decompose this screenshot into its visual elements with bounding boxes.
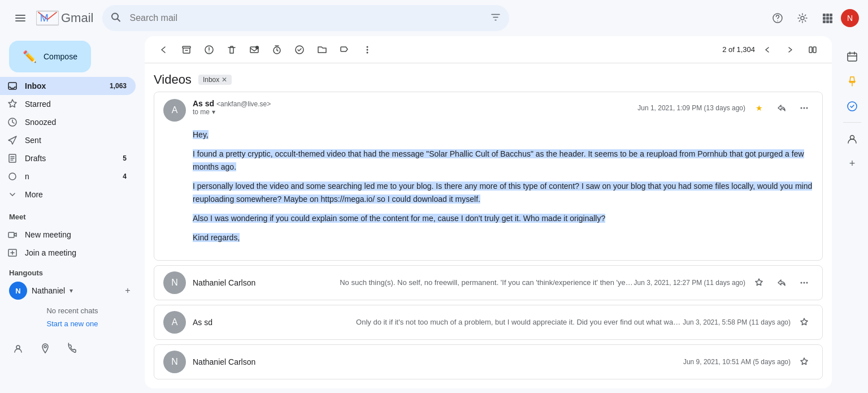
add-task-button[interactable] [289,40,310,60]
topbar-right: N [766,7,859,29]
collapsed-reply-button[interactable] [772,274,791,292]
add-plugin-button[interactable]: + [841,152,863,175]
message-date: Jun 1, 2021, 1:09 PM (13 days ago) [637,104,745,112]
message-header[interactable]: A As sd <ankfan@live.se> to me ▾ Jun 1, … [154,92,822,128]
svg-rect-25 [183,46,190,48]
message-sender-info: As sd <ankfan@live.se> to me ▾ [193,99,637,116]
start-new-chat-link[interactable]: Start a new one [7,319,138,328]
collapsed-date: Jun 3, 2021, 5:58 PM (11 days ago) [683,318,791,326]
svg-rect-21 [8,232,14,237]
labels-button[interactable] [335,40,355,60]
archive-button[interactable] [176,40,197,60]
body-line-4: Kind regards, [193,231,813,244]
message-to-chevron[interactable]: ▾ [212,108,215,116]
sidebar-item-drafts[interactable]: Drafts 5 [0,149,136,167]
help-button[interactable] [766,7,789,29]
collapsed-date: Jun 9, 2021, 10:51 AM (5 days ago) [683,358,791,366]
sidebar-item-n[interactable]: n 4 [0,167,136,185]
email-inbox-label[interactable]: Inbox ✕ [198,75,232,85]
apps-button[interactable] [816,7,839,29]
email-subject-row: Videos Inbox ✕ [154,63,823,92]
collapsed-meta: Jun 3, 2021, 5:58 PM (11 days ago) [683,313,813,331]
message-to-row: to me ▾ [193,108,637,116]
message-item: A As sd <ankfan@live.se> to me ▾ Jun 1, … [154,92,823,261]
menu-button[interactable] [9,7,32,29]
snooze-button[interactable] [267,40,287,60]
message-item: N Nathaniel Carlson No such thing(s). No… [154,265,823,300]
svg-rect-43 [848,53,857,61]
reply-button[interactable] [772,99,791,117]
collapsed-more-button[interactable] [795,274,813,292]
svg-rect-1 [15,18,25,19]
new-meeting-item[interactable]: New meeting [0,226,136,244]
message-sender-name: As sd <ankfan@live.se> [193,99,637,108]
sidebar-item-inbox[interactable]: Inbox 1,063 [0,77,136,95]
back-button[interactable] [154,40,174,60]
delete-button[interactable] [222,40,242,60]
location-icon[interactable] [34,337,57,360]
message-item: N Nathaniel Carlson Jun 9, 2021, 10:51 A… [154,344,823,379]
calendar-button[interactable] [841,45,863,68]
collapsed-message[interactable]: N Nathaniel Carlson No such thing(s). No… [154,266,822,300]
collapsed-message[interactable]: N Nathaniel Carlson Jun 9, 2021, 10:51 A… [154,345,822,379]
hangout-add-button[interactable]: + [120,283,136,299]
move-to-button[interactable] [312,40,332,60]
collapsed-date: Jun 3, 2021, 12:27 PM (11 days ago) [634,279,745,287]
hangout-user-item[interactable]: N Nathaniel ▾ + [7,279,138,302]
report-spam-button[interactable] [199,40,219,60]
mark-unread-button[interactable] [244,40,264,60]
next-email-button[interactable] [780,40,800,60]
avatar[interactable]: N [841,9,859,27]
collapsed-message[interactable]: A As sd Only do it if it's not too much … [154,305,822,339]
svg-point-27 [209,51,210,53]
search-filter-icon[interactable] [490,12,501,25]
hangout-actions: + [120,283,136,299]
drafts-icon [7,153,18,164]
sidebar-item-sent[interactable]: Sent [0,131,136,149]
settings-button[interactable] [791,7,814,29]
message-more-button[interactable] [795,99,813,117]
svg-rect-15 [823,20,826,23]
new-meeting-icon [7,229,18,240]
collapsed-star-button[interactable] [795,353,813,371]
svg-point-7 [777,20,778,21]
manage-contacts-icon[interactable] [7,337,29,360]
hangouts-section: Hangouts N Nathaniel ▾ + No recent chats… [0,262,145,332]
body-line-0: Hey, [193,128,813,141]
join-meeting-item[interactable]: Join a meeting [0,244,136,262]
collapsed-preview: Only do it if it's not too much of a pro… [356,318,683,326]
tasks-button[interactable] [841,95,863,118]
compose-button[interactable]: ✏️ Compose [9,41,91,72]
svg-rect-35 [809,47,812,53]
contacts-button[interactable] [841,127,863,150]
svg-point-24 [44,346,46,348]
message-to-text: to me [193,108,210,116]
svg-rect-9 [823,14,826,16]
remove-label-button[interactable]: ✕ [222,76,227,84]
sidebar: ✏️ Compose Inbox 1,063 Starred [0,36,145,393]
more-label: More [25,190,43,199]
view-options-button[interactable] [802,40,823,60]
star-button[interactable]: ★ [750,99,768,117]
svg-rect-11 [830,14,832,16]
more-toolbar-button[interactable] [357,40,377,60]
search-input[interactable] [102,5,509,31]
meet-section-header: Meet [0,208,145,226]
sidebar-item-snoozed[interactable]: Snoozed [0,113,136,131]
sidebar-bottom-bar [0,332,145,364]
collapsed-sender: Nathaniel Carlson [193,278,340,287]
sidebar-item-more[interactable]: More [0,185,136,204]
star-nav-icon [7,98,18,110]
drafts-badge: 5 [123,154,127,162]
collapsed-star-button[interactable] [750,274,768,292]
prev-email-button[interactable] [757,40,778,60]
snoozed-icon [7,116,18,128]
collapsed-star-button[interactable] [795,313,813,331]
keep-button[interactable] [841,70,863,93]
sent-label: Sent [25,136,41,145]
hangout-dropdown-icon[interactable]: ▾ [70,287,73,295]
phone-icon[interactable] [61,337,84,360]
svg-rect-12 [823,17,826,20]
sidebar-item-starred[interactable]: Starred [0,95,136,113]
email-counter: 2 of 1,304 [722,45,755,54]
